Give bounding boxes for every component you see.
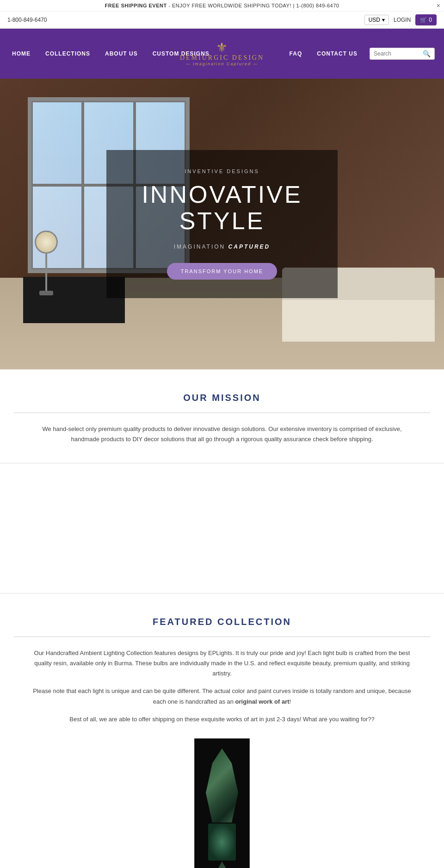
- announcement-strong: FREE SHIPPING EVENT: [105, 3, 167, 8]
- logo: ⚜ Demiurgic Design — Imagination Capture…: [180, 41, 264, 66]
- utility-bar-right: USD ▾ LOGIN 🛒 0: [364, 14, 437, 25]
- hero-tagline: IMAGINATION CAPTURED: [134, 244, 310, 250]
- mission-section: OUR MISSION We hand-select only premium …: [0, 369, 444, 463]
- featured-para2-end: !: [290, 698, 291, 705]
- featured-para2: Please note that each light is unique an…: [32, 686, 412, 706]
- main-nav: HOME COLLECTIONS ABOUT US CUSTOM DESIGNS…: [0, 29, 444, 79]
- products-placeholder: [0, 463, 444, 593]
- crystal-bottom: [206, 862, 238, 868]
- hero-section: INVENTIVE DESIGNS INNOVATIVE STYLE IMAGI…: [0, 79, 444, 369]
- announcement-message: FREE SHIPPING EVENT - ENJOY FREE WORLDWI…: [7, 3, 437, 8]
- featured-title: FEATURED COLLECTION: [14, 617, 430, 627]
- brand-tagline: — Imagination Captured —: [180, 62, 264, 66]
- featured-para2-bold: original work of art: [235, 698, 290, 705]
- hero-tagline-plain: IMAGINATION: [174, 244, 228, 250]
- brand-name: Demiurgic Design: [180, 54, 264, 62]
- nav-item-contact[interactable]: CONTACT US: [314, 49, 360, 59]
- currency-selector[interactable]: USD ▾: [364, 15, 389, 25]
- phone-number: 1-800-849-6470: [7, 17, 47, 23]
- featured-para2-text: Please note that each light is unique an…: [33, 687, 411, 705]
- hero-cta-button[interactable]: TRANSFORM YOUR HOME: [167, 263, 277, 280]
- hero-lamp-decoration: [37, 231, 56, 295]
- search-box[interactable]: 🔍: [370, 48, 435, 60]
- utility-bar: 1-800-849-6470 USD ▾ LOGIN 🛒 0: [0, 12, 444, 29]
- announcement-rest: - ENJOY FREE WORLDWIDE SHIPPING TODAY! |…: [167, 3, 339, 8]
- cart-button[interactable]: 🛒 0: [415, 14, 437, 25]
- login-button[interactable]: LOGIN: [394, 17, 411, 23]
- chevron-down-icon: ▾: [382, 17, 385, 23]
- featured-para3: Best of all, we are able to offer shippi…: [32, 714, 412, 724]
- close-icon[interactable]: ×: [437, 2, 440, 9]
- cart-icon: 🛒: [420, 17, 427, 23]
- featured-divider: [14, 637, 430, 637]
- currency-label: USD: [369, 17, 380, 23]
- mission-title: OUR MISSION: [14, 393, 430, 403]
- featured-section: FEATURED COLLECTION Our Handcrafted Ambi…: [0, 593, 444, 868]
- search-input[interactable]: [374, 50, 420, 57]
- hero-title: INNOVATIVE STYLE: [134, 181, 310, 234]
- featured-product-image: [194, 738, 250, 868]
- mission-divider: [14, 412, 430, 413]
- crystal-glow: [208, 824, 236, 861]
- cart-count: 0: [429, 17, 432, 23]
- hero-subtitle: INVENTIVE DESIGNS: [134, 169, 310, 174]
- logo-symbol: ⚜: [180, 41, 264, 54]
- nav-item-collections[interactable]: COLLECTIONS: [43, 49, 93, 59]
- crystal-top: [206, 749, 238, 823]
- nav-right: FAQ CONTACT US 🔍: [287, 48, 435, 60]
- hero-tagline-italic: CAPTURED: [228, 244, 271, 250]
- mission-text: We hand-select only premium quality prod…: [32, 424, 412, 444]
- nav-item-about[interactable]: ABOUT US: [102, 49, 141, 59]
- nav-item-faq[interactable]: FAQ: [287, 49, 305, 59]
- nav-item-home[interactable]: HOME: [9, 49, 33, 59]
- announcement-bar: FREE SHIPPING EVENT - ENJOY FREE WORLDWI…: [0, 0, 444, 12]
- hero-content: INVENTIVE DESIGNS INNOVATIVE STYLE IMAGI…: [106, 150, 338, 298]
- search-icon: 🔍: [423, 50, 431, 57]
- featured-para1: Our Handcrafted Ambient Lighting Collect…: [32, 648, 412, 679]
